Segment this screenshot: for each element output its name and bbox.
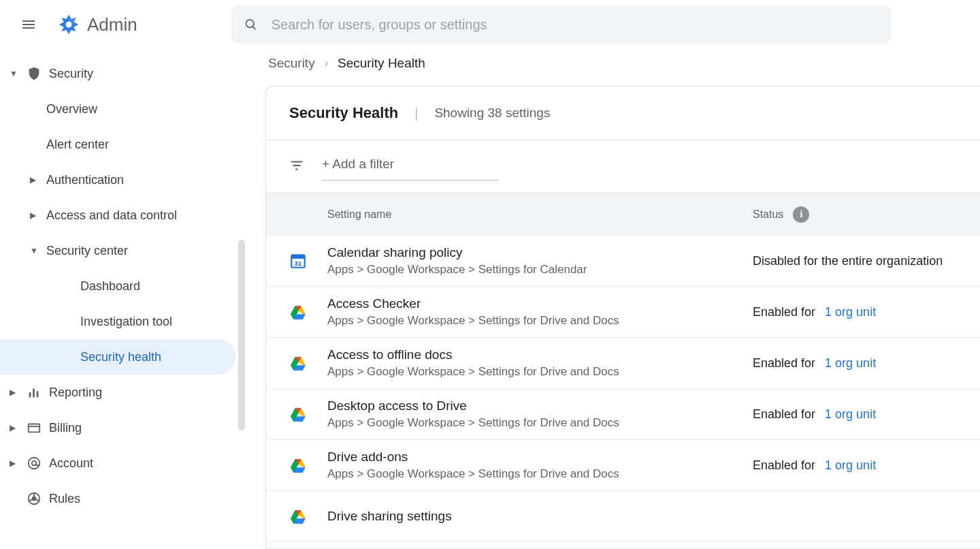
add-filter-input[interactable]: + Add a filter [322, 153, 499, 181]
setting-status: Disabled for the entire organization [753, 254, 957, 268]
status-link[interactable]: 1 org unit [825, 356, 876, 371]
sidebar-item-label: Rules [49, 492, 235, 506]
chevron-down-icon: ▼ [10, 69, 19, 78]
table-row[interactable]: Desktop access to DriveApps > Google Wor… [266, 389, 980, 440]
table-row[interactable]: Access CheckerApps > Google Workspace > … [266, 287, 980, 338]
sidebar-item-label: Billing [49, 421, 235, 435]
sidebar-item-label: Authentication [46, 173, 235, 187]
setting-path: Apps > Google Workspace > Settings for D… [327, 365, 753, 379]
at-sign-icon [26, 456, 42, 471]
sidebar-item-billing[interactable]: ▶ Billing [0, 410, 235, 445]
security-health-panel: Security Health | Showing 38 settings + … [265, 86, 980, 549]
setting-title: Desktop access to Drive [327, 398, 753, 413]
svg-rect-3 [29, 392, 31, 397]
search-bar[interactable] [231, 5, 892, 44]
svg-point-0 [65, 21, 71, 27]
status-text: Disabled for the entire organization [753, 254, 943, 268]
column-setting-name[interactable]: Setting name [327, 208, 753, 221]
status-link[interactable]: 1 org unit [825, 407, 876, 422]
sidebar-item-investigation-tool[interactable]: Investigation tool [0, 304, 235, 339]
sidebar-item-label: Security center [46, 244, 235, 258]
chevron-right-icon: ▶ [10, 458, 19, 468]
settings-table: Setting name Status i Calendar sharing p… [266, 193, 980, 548]
filter-bar: + Add a filter [266, 140, 980, 193]
table-row[interactable]: Drive sharing settings [266, 491, 980, 542]
sidebar-item-dashboard[interactable]: Dashboard [0, 268, 235, 304]
main: Security › Security Health Security Heal… [245, 49, 980, 549]
status-link[interactable]: 1 org unit [825, 305, 876, 319]
svg-rect-5 [37, 391, 39, 397]
brand[interactable]: Admin [57, 13, 137, 36]
breadcrumb-current: Security Health [338, 56, 425, 71]
breadcrumb: Security › Security Health [245, 49, 980, 86]
sidebar-item-authentication[interactable]: ▶ Authentication [0, 162, 235, 198]
panel-subtitle: Showing 38 settings [434, 106, 550, 121]
breadcrumb-root[interactable]: Security [268, 56, 315, 71]
column-status[interactable]: Status [753, 208, 783, 221]
sidebar-item-label: Alert center [46, 138, 235, 152]
setting-path: Apps > Google Workspace > Settings for D… [327, 314, 753, 328]
chevron-right-icon: › [325, 57, 328, 69]
topbar: Admin [0, 0, 980, 49]
setting-title: Access Checker [327, 296, 753, 311]
table-row[interactable]: Calendar sharing policyApps > Google Wor… [266, 236, 980, 287]
drive-icon [289, 405, 307, 423]
credit-card-icon [26, 420, 42, 435]
table-row[interactable]: Access to offline docsApps > Google Work… [266, 338, 980, 389]
svg-point-9 [32, 461, 36, 465]
status-text: Enabled for [753, 305, 815, 319]
info-icon[interactable]: i [793, 206, 809, 223]
sidebar-item-access-data-control[interactable]: ▶ Access and data control [0, 198, 235, 233]
panel-title: Security Health [289, 104, 398, 122]
setting-status: Enabled for 1 org unit [753, 407, 957, 422]
sidebar-item-label: Overview [46, 102, 235, 116]
sidebar-item-label: Investigation tool [80, 315, 235, 329]
panel-header: Security Health | Showing 38 settings [266, 87, 980, 140]
sidebar-item-account[interactable]: ▶ Account [0, 445, 235, 481]
sidebar-scrollbar[interactable] [238, 240, 245, 430]
setting-status: Enabled for 1 org unit [753, 356, 957, 371]
bar-chart-icon [26, 385, 42, 400]
setting-status: Enabled for 1 org unit [753, 458, 957, 473]
table-header: Setting name Status i [266, 193, 980, 236]
sidebar-item-label: Access and data control [46, 208, 235, 223]
svg-point-1 [246, 20, 253, 27]
steering-wheel-icon [26, 491, 42, 506]
svg-line-2 [252, 27, 255, 29]
status-text: Enabled for [753, 458, 815, 473]
sidebar-item-overview[interactable]: Overview [0, 91, 235, 127]
sidebar-item-label: Dashboard [80, 279, 235, 294]
chevron-right-icon: ▶ [10, 388, 19, 397]
drive-icon [289, 456, 307, 474]
menu-button[interactable] [12, 8, 45, 41]
search-icon [244, 17, 258, 32]
status-link[interactable]: 1 org unit [825, 458, 876, 473]
svg-point-8 [29, 458, 40, 469]
setting-title: Drive sharing settings [327, 509, 753, 524]
sidebar-item-label: Reporting [49, 386, 235, 400]
sidebar-item-label: Security [49, 67, 235, 81]
setting-status: Enabled for 1 org unit [753, 305, 957, 319]
setting-title: Drive add-ons [327, 450, 753, 465]
hamburger-icon [20, 16, 37, 33]
sidebar-item-security-health[interactable]: Security health [0, 339, 235, 375]
sidebar-item-rules[interactable]: ▶ Rules [0, 481, 235, 516]
separator: | [414, 106, 418, 121]
setting-title: Calendar sharing policy [327, 245, 753, 260]
drive-icon [289, 354, 307, 372]
status-text: Enabled for [753, 356, 815, 371]
setting-path: Apps > Google Workspace > Settings for D… [327, 416, 753, 430]
sidebar-item-label: Security health [80, 350, 235, 364]
sidebar-item-security[interactable]: ▼ Security [0, 56, 235, 91]
search-input[interactable] [272, 17, 879, 33]
calendar-icon [289, 252, 307, 270]
status-text: Enabled for [753, 407, 815, 422]
sidebar: ▼ Security Overview Alert center ▶ Authe… [0, 49, 245, 549]
sidebar-item-security-center[interactable]: ▼ Security center [0, 233, 235, 268]
sidebar-item-alert-center[interactable]: Alert center [0, 127, 235, 162]
drive-icon [289, 507, 307, 525]
sidebar-item-reporting[interactable]: ▶ Reporting [0, 375, 235, 410]
setting-path: Apps > Google Workspace > Settings for C… [327, 263, 753, 277]
filter-icon[interactable] [289, 158, 304, 175]
table-row[interactable]: Drive add-onsApps > Google Workspace > S… [266, 440, 980, 491]
